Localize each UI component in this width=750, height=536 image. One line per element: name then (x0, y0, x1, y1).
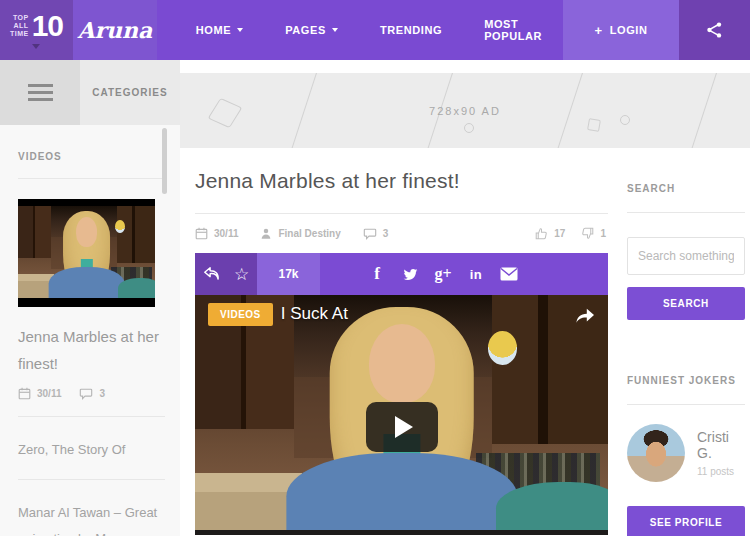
article-comments[interactable]: 3 (363, 227, 389, 240)
thumbs-up-icon (535, 227, 548, 240)
scene-cabinets-right (117, 206, 155, 263)
reply-button[interactable] (195, 253, 226, 295)
user-icon (260, 227, 272, 240)
ad-triangle-shape (587, 118, 601, 132)
article-author[interactable]: Final Destiny (260, 227, 340, 240)
share-icon (704, 20, 724, 40)
googleplus-icon[interactable]: g+ (432, 265, 454, 283)
nav-item-most-popular[interactable]: MOST POPULAR (463, 0, 563, 60)
nav-item-pages[interactable]: PAGES (264, 0, 359, 60)
email-icon[interactable] (498, 267, 520, 281)
scene-shirt (286, 453, 517, 535)
sidebar-comments[interactable]: 3 (79, 387, 105, 400)
divider (18, 178, 165, 179)
hamburger-icon (28, 84, 53, 87)
categories-button[interactable]: CATEGORIES (80, 60, 180, 125)
article-date: 30/11 (195, 227, 238, 240)
ad-line-shape (551, 73, 586, 148)
article-meta: 30/11 Final Destiny 3 (195, 227, 608, 240)
thumbs-down-icon (581, 227, 594, 240)
divider (627, 404, 745, 405)
like-button[interactable]: 17 (535, 227, 565, 240)
reply-arrow-icon (202, 266, 220, 282)
chevron-down-icon (32, 44, 40, 49)
ad-line-shape (685, 73, 720, 148)
sidebar-video-title[interactable]: Jenna Marbles at her finest! (18, 323, 165, 377)
nav-item-trending[interactable]: TRENDING (359, 0, 463, 60)
share-count: 17k (257, 253, 320, 295)
scene-duck (488, 331, 517, 365)
videos-heading: VIDEOS (18, 151, 180, 162)
left-sidebar: CATEGORIES VIDEOS (0, 60, 180, 536)
search-heading: SEARCH (627, 183, 745, 194)
forward-arrow-icon (574, 307, 596, 325)
scene-face (368, 324, 434, 403)
site-logo[interactable]: TOP ALL TIME 10 (0, 0, 73, 60)
comment-icon (363, 227, 377, 240)
share-bar: ☆ 17k f g+ in (195, 253, 608, 295)
sidebar-video-title[interactable]: Manar Al Tawan – Great animation by Mana… (18, 500, 165, 536)
calendar-icon (195, 227, 208, 240)
play-button[interactable] (366, 402, 438, 452)
ad-placeholder-label: 728x90 AD (429, 105, 501, 117)
chevron-down-icon (237, 28, 243, 32)
right-sidebar: SEARCH SEARCH FUNNIEST JOKERS Cristi G. … (627, 148, 745, 536)
scene-face (76, 217, 98, 247)
video-still-image (18, 206, 155, 298)
sidebar-scrollbar[interactable] (162, 128, 167, 194)
twitter-icon[interactable] (399, 267, 421, 282)
chevron-down-icon (332, 28, 338, 32)
video-title-overlay: I Suck At (281, 304, 348, 324)
search-input[interactable] (627, 237, 745, 275)
logo-text: TOP ALL TIME (10, 14, 29, 38)
main-nav: HOME PAGES TRENDING MOST POPULAR (157, 0, 563, 60)
article: Jenna Marbles at her finest! 30/11 (195, 148, 608, 536)
scene-duck (115, 220, 125, 233)
scene-cloth (496, 482, 608, 535)
player-progress-bar[interactable] (195, 530, 608, 535)
facebook-icon[interactable]: f (366, 264, 388, 284)
play-icon (395, 416, 413, 438)
ad-banner[interactable]: 728x90 AD (180, 73, 750, 148)
ad-circle-shape (620, 115, 630, 125)
nav-item-home[interactable]: HOME (175, 0, 264, 60)
comment-icon (79, 387, 93, 400)
main-content: 728x90 AD Jenna Marbles at her finest! (180, 60, 750, 536)
divider (195, 213, 608, 214)
brand-logo[interactable]: Aruna (73, 0, 157, 60)
login-button[interactable]: + LOGIN (563, 0, 679, 60)
page: TOP ALL TIME 10 Aruna HOME PAGES TRENDIN… (0, 0, 750, 536)
calendar-icon (18, 387, 31, 400)
scene-cloth (118, 278, 155, 298)
page-title: Jenna Marbles at her finest! (195, 169, 608, 193)
ad-triangle-shape (208, 98, 243, 128)
divider (18, 416, 165, 417)
plus-icon: + (594, 23, 602, 38)
share-button[interactable] (679, 0, 750, 60)
sidebar-video-thumbnail[interactable] (18, 199, 155, 307)
video-share-button[interactable] (574, 307, 596, 325)
joker-post-count: 11 posts (697, 466, 745, 477)
favorite-button[interactable]: ☆ (226, 253, 257, 295)
dislike-button[interactable]: 1 (581, 227, 606, 240)
search-button[interactable]: SEARCH (627, 287, 745, 320)
see-profile-button[interactable]: SEE PROFILE (627, 506, 745, 536)
ad-circle-shape (464, 123, 474, 133)
menu-toggle-button[interactable] (0, 60, 80, 125)
joker-name[interactable]: Cristi G. (697, 429, 745, 461)
scene-cabinets-left (18, 206, 51, 258)
avatar[interactable] (627, 424, 685, 482)
star-icon: ☆ (234, 266, 249, 283)
sidebar-video-title[interactable]: Zero, The Story Of (18, 437, 165, 463)
funniest-jokers-heading: FUNNIEST JOKERS (627, 375, 745, 386)
video-player[interactable]: VIDEOS I Suck At (195, 295, 608, 535)
video-category-badge[interactable]: VIDEOS (208, 303, 273, 326)
ad-line-shape (285, 73, 320, 148)
linkedin-icon[interactable]: in (465, 267, 487, 282)
divider (18, 479, 165, 480)
scene-shirt (48, 267, 125, 298)
sidebar-date: 30/11 (18, 387, 61, 400)
divider (627, 212, 745, 213)
logo-number: 10 (32, 11, 63, 41)
joker-profile: Cristi G. 11 posts (627, 424, 745, 482)
